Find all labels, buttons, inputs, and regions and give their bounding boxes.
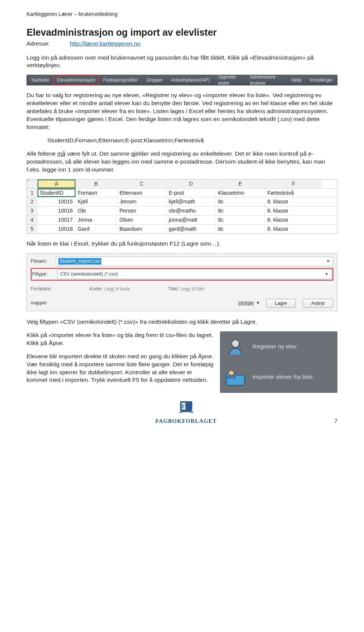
authors-label: Forfattere: (31, 286, 52, 292)
tab-arbeidsplaner[interactable]: Arbeidsplaner(IAP) (167, 75, 213, 85)
cell[interactable]: 8. klasse (265, 216, 322, 224)
import-students-label: Importer elever fra liste (253, 373, 313, 381)
save-button[interactable]: Lagre (266, 299, 296, 308)
document-header: Kartleggeren Lærer – brukerveiledning (27, 11, 337, 18)
select-all-cell[interactable] (27, 180, 38, 188)
col-header-d[interactable]: D (166, 180, 216, 188)
col-header-a[interactable]: A (38, 180, 75, 188)
tab-hjelp[interactable]: Hjelp (287, 75, 306, 85)
col-header-e[interactable]: E (216, 180, 265, 188)
cell[interactable]: jonna@matl (166, 216, 216, 224)
chevron-down-icon[interactable]: ▾ (325, 258, 331, 265)
cell[interactable]: kjell@math (166, 197, 216, 206)
publisher-logo: F FAGBOKFORLAGET (155, 400, 217, 425)
folder-person-icon (225, 367, 246, 388)
person-icon (225, 337, 246, 357)
split-paragraph-1: Klikk på «Importer elever fra liste» og … (27, 331, 214, 347)
intro-paragraph: Logg inn på adressen over med brukernavn… (27, 54, 337, 70)
cell[interactable]: 8c (216, 197, 265, 206)
paragraph-4: Velg filtypen «CSV (semikolondelt) (*.cs… (27, 318, 337, 326)
app-toolbar: Startside Elevadministrasjon Funksjonspr… (27, 75, 337, 85)
paragraph-2: Alle feltene må være fylt ut. Det samme … (27, 150, 337, 174)
cell[interactable]: Olsen (117, 216, 166, 224)
filename-label: Filnavn: (31, 258, 53, 265)
cell[interactable]: Persen (117, 206, 166, 215)
tab-opprette-tester[interactable]: Opprette tester (214, 75, 246, 85)
col-header-f[interactable]: F (265, 180, 322, 188)
cell[interactable]: 10017 (38, 216, 75, 224)
row-header[interactable]: 2 (27, 197, 38, 206)
tools-dropdown[interactable]: Verktøy ▾ (238, 300, 259, 306)
svg-text:F: F (182, 403, 185, 410)
cell[interactable]: Jonna (75, 216, 117, 224)
cell[interactable]: Baardsen (117, 225, 166, 233)
cell[interactable]: 8c (216, 225, 265, 233)
split-paragraph-2: Elevene blir importert direkte til skole… (27, 353, 214, 385)
cancel-button[interactable]: Avbryt (303, 299, 333, 308)
address-label: Adresse: (27, 40, 68, 48)
tab-elevadministrasjon[interactable]: Elevadministrasjon (53, 75, 99, 85)
cell[interactable]: 8c (216, 206, 265, 215)
row-header[interactable]: 4 (27, 216, 38, 224)
text-underline: må (57, 150, 66, 157)
cell[interactable]: Førtestnivå (265, 189, 322, 197)
paragraph-1: Du har to valg for registrering av nye e… (27, 91, 337, 131)
row-header[interactable]: 5 (27, 225, 38, 233)
chevron-down-icon[interactable]: ▾ (324, 271, 329, 277)
cell[interactable]: ole@matho (166, 206, 216, 215)
cell[interactable]: Etternavn (117, 189, 166, 197)
tab-grupper[interactable]: Grupper (142, 75, 167, 85)
excel-table: A B C D E F 1 StudentID Fornavn Etternav… (27, 179, 337, 234)
cell[interactable]: 8. klasse (265, 206, 322, 215)
codes-placeholder[interactable]: Legg til kode (104, 286, 130, 292)
save-dialog: Filnavn: Student_import.csv ▾ Filtype: C… (27, 253, 337, 311)
filetype-field[interactable]: CSV (semikolondelt) (*.csv) ▾ (57, 270, 332, 279)
col-header-c[interactable]: C (117, 180, 166, 188)
url-link[interactable]: http://lærer.kartleggeren.no (70, 40, 140, 47)
row-header[interactable]: 1 (27, 189, 38, 197)
csv-format-line: StudentID;Fornavn;Etternavn;E-post;Klass… (47, 137, 337, 145)
page-title: Elevadministrasjon og import av elevlist… (27, 26, 337, 39)
folders-label: mapper (31, 300, 47, 306)
publisher-name: FAGBOKFORLAGET (155, 417, 217, 425)
col-header-b[interactable]: B (75, 180, 117, 188)
import-students-item[interactable]: Importer elever fra liste (225, 367, 332, 388)
text: Alle feltene (27, 150, 57, 157)
title-placeholder[interactable]: Legg til tittel (180, 286, 204, 292)
tab-administrere-brukere[interactable]: Administrere brukere (246, 75, 287, 85)
cell[interactable]: StudentID (38, 189, 75, 197)
cell[interactable]: Gard (75, 225, 117, 233)
cell[interactable]: E-post (166, 189, 216, 197)
cell[interactable]: 10016 (38, 206, 75, 215)
tab-funksjonsprofiler[interactable]: Funksjonsprofiler (99, 75, 142, 85)
page-number: 7 (334, 417, 337, 425)
filename-field[interactable]: Student_import.csv ▾ (56, 257, 333, 266)
action-panel: Registrer ny elev Importer elever fra li… (220, 331, 337, 393)
cell[interactable]: Ole (75, 206, 117, 215)
register-student-item[interactable]: Registrer ny elev (225, 337, 332, 357)
register-student-label: Registrer ny elev (253, 343, 297, 351)
filetype-value: CSV (semikolondelt) (*.csv) (60, 271, 118, 277)
cell[interactable]: Fornavn (75, 189, 117, 197)
cell[interactable]: 8. klasse (265, 225, 322, 233)
cell[interactable]: Klassetrinn (216, 189, 265, 197)
text: være fylt ut. Det samme gjelder ved regi… (27, 150, 325, 173)
filetype-label: Filtype: (32, 271, 55, 277)
paragraph-3: Når listen er klar i Excel, trykker du p… (27, 240, 337, 248)
filename-value: Student_import.csv (58, 258, 101, 265)
cell[interactable]: Jensen (117, 197, 166, 206)
cell[interactable]: 10018 (38, 225, 75, 233)
title-label: Tittel: (168, 286, 179, 292)
svg-point-0 (232, 340, 239, 347)
codes-label: Koder: (89, 286, 103, 292)
cell[interactable]: 8c (216, 216, 265, 224)
tab-innstillinger[interactable]: Innstillinger (306, 75, 337, 85)
cell[interactable]: 10015 (38, 197, 75, 206)
tab-startside[interactable]: Startside (27, 75, 53, 85)
address-line: Adresse: http://lærer.kartleggeren.no (27, 40, 337, 48)
cell[interactable]: Kjell (75, 197, 117, 206)
cell[interactable]: gard@math (166, 225, 216, 233)
row-header[interactable]: 3 (27, 206, 38, 215)
cell[interactable]: 8. klasse (265, 197, 322, 206)
